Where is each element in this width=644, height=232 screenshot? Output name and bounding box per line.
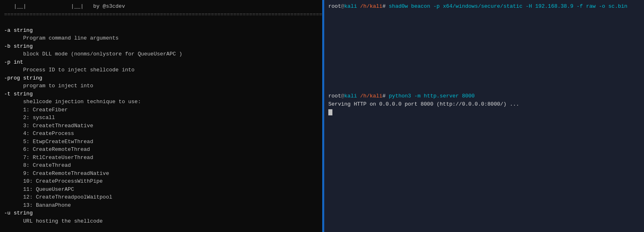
right-terminal: root@kali /h/kali# shad0w beacon -p x64/… [324,0,644,232]
hostname-1: kali [344,3,357,9]
path-1: /h/kali [357,3,382,9]
username-1: root [328,3,341,9]
command-1: shad0w beacon -p x64/windows/secure/stat… [389,3,627,9]
terminal-line-2: root@kali /h/kali# python3 -m http.serve… [328,92,640,100]
terminal-line-1: root@kali /h/kali# shad0w beacon -p x64/… [328,2,640,11]
terminal-output-line: Serving HTTP on 0.0.0.0 port 8000 (http:… [328,100,640,108]
terminal-spacer [328,11,640,92]
terminal-cursor [328,109,332,115]
left-terminal: |__| |__| by @s3cdev ===================… [0,0,322,232]
ascii-art: |__| |__| by @s3cdev ===================… [4,2,318,232]
terminal-cursor-line [328,108,640,117]
path-2: /h/kali [357,93,382,99]
command-2: python3 -m http.server 8000 [389,93,475,99]
hostname-2: kali [344,93,357,99]
username-2: root [328,93,341,99]
